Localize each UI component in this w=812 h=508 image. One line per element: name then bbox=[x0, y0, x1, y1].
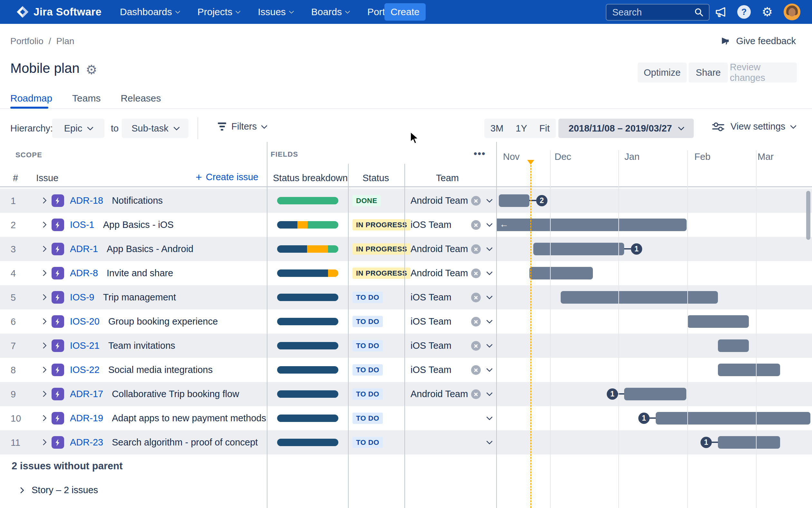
issue-key-link[interactable]: ADR-17 bbox=[70, 389, 103, 399]
issue-key-link[interactable]: IOS-1 bbox=[70, 219, 94, 230]
team-dropdown-chevron[interactable] bbox=[486, 220, 493, 227]
gantt-bar[interactable] bbox=[529, 267, 593, 280]
optimize-button[interactable]: Optimize bbox=[638, 62, 687, 83]
issue-key-link[interactable]: ADR-8 bbox=[70, 268, 98, 279]
gantt-bar[interactable] bbox=[687, 315, 749, 328]
issue-key-link[interactable]: IOS-20 bbox=[70, 316, 99, 327]
create-button[interactable]: Create bbox=[385, 3, 426, 20]
team-dropdown-chevron[interactable] bbox=[486, 317, 493, 324]
dependency-count-badge[interactable]: 1 bbox=[607, 388, 618, 400]
expand-row-chevron[interactable] bbox=[40, 294, 47, 300]
dependency-count-badge[interactable]: 1 bbox=[701, 437, 712, 448]
help-icon[interactable]: ? bbox=[737, 5, 751, 19]
issue-key-link[interactable]: ADR-19 bbox=[70, 413, 103, 424]
gantt-bar[interactable] bbox=[718, 339, 749, 352]
gantt-bar[interactable] bbox=[533, 243, 624, 255]
expand-row-chevron[interactable] bbox=[40, 342, 47, 349]
gantt-bar[interactable] bbox=[624, 388, 686, 400]
team-dropdown-chevron[interactable] bbox=[486, 269, 493, 275]
team-dropdown-chevron[interactable] bbox=[486, 438, 493, 444]
expand-row-chevron[interactable] bbox=[40, 391, 47, 397]
date-range-dropdown[interactable]: 2018/11/08 – 2019/03/27 bbox=[558, 119, 694, 138]
expand-row-chevron[interactable] bbox=[40, 439, 47, 446]
dependency-count-badge[interactable]: 2 bbox=[536, 195, 547, 206]
clear-team-button[interactable] bbox=[471, 244, 481, 254]
review-changes-button[interactable]: Review changes bbox=[730, 62, 797, 83]
dependency-count-badge[interactable]: 1 bbox=[638, 413, 649, 424]
filters-button[interactable]: Filters bbox=[218, 121, 267, 132]
gantt-bar[interactable] bbox=[718, 364, 780, 376]
dependency-count-badge[interactable]: 1 bbox=[631, 243, 642, 255]
issue-key-link[interactable]: ADR-1 bbox=[70, 244, 98, 254]
issue-key-link[interactable]: ADR-23 bbox=[70, 437, 103, 448]
issue-key-link[interactable]: IOS-21 bbox=[70, 340, 99, 351]
chevron-down-icon bbox=[678, 124, 685, 131]
epic-type-icon bbox=[52, 195, 64, 207]
team-dropdown-chevron[interactable] bbox=[486, 245, 493, 251]
breadcrumb-plan[interactable]: Plan bbox=[56, 36, 75, 46]
give-feedback-button[interactable]: Give feedback bbox=[720, 36, 796, 46]
expand-row-chevron[interactable] bbox=[40, 367, 47, 373]
clear-team-button[interactable] bbox=[471, 220, 481, 230]
expand-row-chevron[interactable] bbox=[40, 415, 47, 421]
expand-row-chevron[interactable] bbox=[40, 246, 47, 252]
nav-item-issues[interactable]: Issues bbox=[258, 6, 293, 17]
team-dropdown-chevron[interactable] bbox=[486, 390, 493, 396]
gantt-bar[interactable] bbox=[718, 436, 780, 449]
clear-team-button[interactable] bbox=[471, 389, 481, 399]
nav-item-label: Dashboards bbox=[120, 6, 172, 17]
gantt-bar[interactable]: ← bbox=[496, 218, 687, 231]
breadcrumb-portfolio[interactable]: Portfolio bbox=[10, 36, 44, 46]
nav-item-projects[interactable]: Projects bbox=[197, 6, 240, 17]
expand-row-chevron[interactable] bbox=[40, 318, 47, 325]
issue-key-link[interactable]: ADR-18 bbox=[70, 195, 103, 206]
expand-row-chevron[interactable] bbox=[40, 221, 47, 228]
gantt-bar[interactable] bbox=[499, 195, 529, 207]
clear-team-button[interactable] bbox=[471, 268, 481, 278]
announcements-icon[interactable] bbox=[714, 6, 726, 18]
user-avatar[interactable] bbox=[784, 4, 800, 20]
team-dropdown-chevron[interactable] bbox=[486, 293, 493, 299]
zoom-1y[interactable]: 1Y bbox=[515, 123, 527, 134]
month-label-jan: Jan bbox=[625, 152, 640, 162]
settings-gear-icon[interactable]: ⚙ bbox=[762, 6, 773, 18]
breakdown-segment-orange bbox=[307, 245, 328, 253]
vertical-scrollbar[interactable] bbox=[806, 191, 810, 240]
tab-releases[interactable]: Releases bbox=[121, 93, 161, 110]
expand-row-chevron[interactable] bbox=[40, 270, 47, 276]
tab-teams[interactable]: Teams bbox=[72, 93, 100, 110]
gantt-bar[interactable] bbox=[656, 412, 810, 425]
issue-key-link[interactable]: IOS-22 bbox=[70, 365, 99, 375]
zoom-3m[interactable]: 3M bbox=[490, 123, 503, 134]
clear-team-button[interactable] bbox=[471, 293, 481, 302]
breakdown-segment-navy bbox=[277, 366, 339, 374]
view-settings-button[interactable]: View settings bbox=[712, 121, 796, 132]
nav-item-boards[interactable]: Boards bbox=[311, 6, 349, 17]
hierarchy-to-dropdown[interactable]: Sub-task bbox=[122, 119, 188, 138]
team-dropdown-chevron[interactable] bbox=[486, 366, 493, 372]
clear-team-button[interactable] bbox=[471, 365, 481, 375]
epic-type-icon bbox=[52, 436, 64, 449]
create-issue-button[interactable]: + Create issue bbox=[195, 171, 259, 182]
expand-row-chevron[interactable] bbox=[40, 197, 47, 204]
hierarchy-from-dropdown[interactable]: Epic bbox=[52, 119, 104, 138]
search-placeholder: Search bbox=[606, 7, 694, 18]
share-button[interactable]: Share bbox=[689, 62, 728, 83]
nav-item-dashboards[interactable]: Dashboards bbox=[120, 6, 179, 17]
clear-team-button[interactable] bbox=[471, 317, 481, 327]
fields-more-button[interactable]: ••• bbox=[473, 148, 486, 159]
zoom-fit[interactable]: Fit bbox=[539, 123, 550, 134]
issue-title: ADR-8 Invite and share bbox=[70, 268, 173, 279]
story-group-expander[interactable]: Story – 2 issues bbox=[19, 485, 98, 496]
gantt-bar[interactable] bbox=[561, 291, 718, 304]
jira-logo[interactable]: Jira Software bbox=[16, 5, 101, 18]
avatar-face bbox=[788, 8, 796, 16]
team-dropdown-chevron[interactable] bbox=[486, 414, 493, 420]
team-dropdown-chevron[interactable] bbox=[486, 196, 493, 203]
team-dropdown-chevron[interactable] bbox=[486, 341, 493, 348]
clear-team-button[interactable] bbox=[471, 341, 481, 351]
search-input[interactable]: Search bbox=[606, 4, 710, 20]
clear-team-button[interactable] bbox=[471, 196, 481, 206]
issue-key-link[interactable]: IOS-9 bbox=[70, 292, 94, 303]
plan-settings-gear-icon[interactable]: ⚙ bbox=[86, 63, 97, 76]
